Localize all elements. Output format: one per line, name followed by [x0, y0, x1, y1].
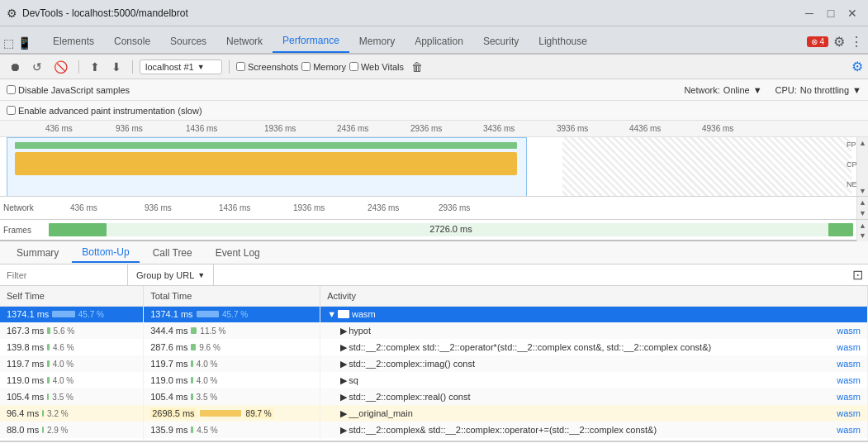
- disable-js-samples-label[interactable]: Disable JavaScript samples: [7, 85, 130, 95]
- download-button[interactable]: ⬇: [107, 58, 126, 76]
- timeline-scrollbar[interactable]: ▲ ▼: [856, 137, 868, 197]
- window-title: DevTools - localhost:5000/mandelbrot: [22, 7, 804, 19]
- tab-application[interactable]: Application: [405, 30, 473, 53]
- group-by-button[interactable]: Group by URL ▼: [128, 265, 214, 285]
- total-time-cell: 344.4 ms 11.5 %: [144, 322, 320, 339]
- table-row[interactable]: 88.0 ms 2.9 % 135.9 ms 4.5 % ▶std::__2::…: [0, 422, 868, 438]
- table-row[interactable]: 119.7 ms 4.0 % 119.7 ms 4.0 % ▶std::__2:…: [0, 355, 868, 372]
- options-row-2: Enable advanced paint instrumentation (s…: [0, 101, 868, 121]
- t2-tick-5: 2936 ms: [439, 203, 470, 212]
- ruler-tick-4: 2436 ms: [337, 124, 368, 133]
- web-vitals-checkbox-label[interactable]: Web Vitals: [349, 62, 404, 72]
- url-dropdown[interactable]: localhost #1 ▼: [140, 60, 222, 74]
- t2-scroll-down[interactable]: ▼: [859, 209, 866, 217]
- activity-cell: ▶hypot wasm: [320, 322, 868, 339]
- more-button[interactable]: ⋮: [850, 34, 863, 50]
- memory-checkbox-label[interactable]: Memory: [301, 62, 346, 72]
- tab-event-log[interactable]: Event Log: [206, 244, 270, 262]
- total-time-header[interactable]: Total Time: [144, 286, 320, 306]
- tab-security[interactable]: Security: [473, 30, 529, 53]
- options-row: Disable JavaScript samples Network: Onli…: [0, 79, 868, 101]
- frames-scrollbar[interactable]: ▲ ▼: [856, 220, 868, 241]
- activity-cell: ▼wasm: [320, 306, 868, 322]
- disable-js-samples-checkbox[interactable]: [7, 85, 16, 94]
- toolbar: ⏺ ↺ 🚫 ⬆ ⬇ localhost #1 ▼ Screenshots Mem…: [0, 55, 868, 79]
- table-row[interactable]: 105.4 ms 3.5 % 105.4 ms 3.5 % ▶std::__2:…: [0, 388, 868, 405]
- tab-elements[interactable]: Elements: [43, 30, 104, 53]
- scroll-up-arrow[interactable]: ▲: [859, 139, 866, 147]
- self-time-cell: 96.4 ms 3.2 %: [0, 405, 144, 422]
- ruler-tick-2: 1436 ms: [186, 124, 217, 133]
- settings-button[interactable]: ⚙: [833, 34, 845, 50]
- activity-header[interactable]: Activity: [320, 286, 868, 306]
- ruler-tick-9: 4936 ms: [702, 124, 733, 133]
- nav-tabs: ⬚ 📱 Elements Console Sources Network Per…: [0, 26, 868, 55]
- minimize-button[interactable]: ─: [804, 7, 815, 19]
- timeline: 436 ms 936 ms 1436 ms 1936 ms 2436 ms 29…: [0, 121, 868, 197]
- frames-scroll-up[interactable]: ▲: [859, 222, 866, 230]
- self-time-cell: 88.0 ms 2.9 %: [0, 422, 144, 438]
- timeline2-scrollbar[interactable]: ▲ ▼: [856, 197, 868, 219]
- tab-network[interactable]: Network: [216, 30, 273, 53]
- cpu-selector[interactable]: CPU: No throttling ▼: [776, 85, 861, 95]
- window-controls: ─ □ ✕: [804, 7, 861, 19]
- total-time-cell: 135.9 ms 4.5 %: [144, 422, 320, 438]
- ruler-tick-7: 3936 ms: [557, 124, 588, 133]
- filter-input[interactable]: [0, 265, 128, 285]
- ruler-tick-8: 4436 ms: [629, 124, 661, 133]
- reload-record-button[interactable]: ↺: [28, 58, 46, 76]
- tab-performance[interactable]: Performance: [273, 30, 349, 53]
- table-row[interactable]: 96.4 ms 3.2 % 2698.5 ms 89.7 % ▶__origin…: [0, 405, 868, 422]
- screenshots-checkbox-label[interactable]: Screenshots: [236, 62, 298, 72]
- upload-button[interactable]: ⬆: [86, 58, 104, 76]
- activity-cell: ▶__original_main wasm: [320, 405, 868, 422]
- expand-collapse-button[interactable]: ⊡: [852, 267, 863, 283]
- perf-table: Self Time Total Time Activity 1374.1 ms …: [0, 286, 868, 441]
- total-time-cell: 119.0 ms 4.0 %: [144, 372, 320, 388]
- frames-time-label: 2726.0 ms: [429, 224, 472, 234]
- web-vitals-checkbox[interactable]: [349, 62, 358, 71]
- network-selector[interactable]: Network: Online ▼: [684, 85, 761, 95]
- self-time-cell: 119.7 ms 4.0 %: [0, 355, 144, 372]
- clear-button[interactable]: 🚫: [50, 58, 72, 76]
- tab-sources[interactable]: Sources: [160, 30, 216, 53]
- tab-bottom-up[interactable]: Bottom-Up: [72, 243, 139, 263]
- maximize-button[interactable]: □: [825, 7, 837, 19]
- ruler-tick-6: 3436 ms: [483, 124, 515, 133]
- total-time-cell: 105.4 ms 3.5 %: [144, 388, 320, 405]
- device-toolbar-button[interactable]: 📱: [17, 36, 31, 50]
- frame-block-end: [828, 223, 853, 236]
- close-button[interactable]: ✕: [847, 7, 858, 19]
- frames-row: Frames 2726.0 ms ▲ ▼: [0, 220, 868, 241]
- memory-checkbox[interactable]: [301, 62, 311, 71]
- perf-settings-button[interactable]: ⚙: [851, 59, 863, 74]
- t2-tick-0: 436 ms: [70, 203, 97, 212]
- status-bar: Total blocking time: 2740.92ms (estimate…: [0, 441, 868, 448]
- activity-cell: ▶std::__2::complex::real() const wasm: [320, 388, 868, 405]
- frames-label: Frames: [3, 226, 49, 235]
- t2-scroll-up[interactable]: ▲: [859, 198, 866, 207]
- advanced-paint-checkbox[interactable]: [7, 106, 16, 115]
- table-row[interactable]: 139.8 ms 4.6 % 287.6 ms 9.6 % ▶std::__2:…: [0, 339, 868, 355]
- tab-console[interactable]: Console: [104, 30, 160, 53]
- self-time-header[interactable]: Self Time: [0, 286, 144, 306]
- t2-tick-1: 936 ms: [145, 203, 172, 212]
- screenshots-checkbox[interactable]: [236, 62, 245, 71]
- tab-summary[interactable]: Summary: [7, 244, 69, 262]
- tab-lighthouse[interactable]: Lighthouse: [529, 30, 597, 53]
- table-row[interactable]: 1374.1 ms 45.7 % 1374.1 ms 45.7 % ▼wasm: [0, 306, 868, 322]
- activity-cell: ▶sq wasm: [320, 372, 868, 388]
- table-row[interactable]: 119.0 ms 4.0 % 119.0 ms 4.0 % ▶sq wasm: [0, 372, 868, 388]
- table-row[interactable]: 167.3 ms 5.6 % 344.4 ms 11.5 % ▶hypot wa…: [0, 322, 868, 339]
- record-button[interactable]: ⏺: [5, 58, 25, 76]
- trash-button[interactable]: 🗑: [407, 58, 427, 76]
- frames-scroll-down[interactable]: ▼: [859, 231, 866, 240]
- tab-memory[interactable]: Memory: [349, 30, 405, 53]
- self-time-cell: 105.4 ms 3.5 %: [0, 388, 144, 405]
- network-dropdown-arrow: ▼: [753, 85, 762, 95]
- scroll-down-arrow[interactable]: ▼: [859, 187, 866, 195]
- inspect-element-button[interactable]: ⬚: [3, 36, 14, 50]
- self-time-cell: 139.8 ms 4.6 %: [0, 339, 144, 355]
- advanced-paint-label[interactable]: Enable advanced paint instrumentation (s…: [7, 106, 202, 116]
- tab-call-tree[interactable]: Call Tree: [143, 244, 202, 262]
